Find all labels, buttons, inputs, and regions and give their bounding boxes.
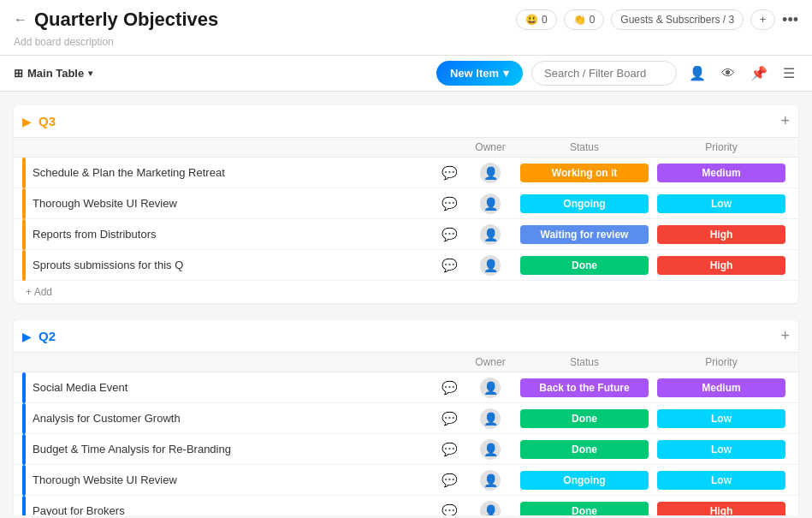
board-title: Quarterly Objectives (34, 9, 218, 31)
row-priority[interactable]: Medium (653, 164, 790, 182)
row-color-bar (22, 250, 26, 281)
chevron-down-icon: ▾ (503, 67, 509, 80)
avatar[interactable]: 👤 (480, 378, 501, 398)
comment-icon[interactable]: 💬 (442, 196, 458, 211)
row-priority[interactable]: Low (653, 194, 790, 213)
person-icon-button[interactable]: 👤 (685, 62, 709, 85)
col-status-header: Status (516, 141, 653, 153)
comment-icon[interactable]: 💬 (442, 380, 458, 396)
table-row[interactable]: Thorough Website UI Review 💬 👤 Ongoing L… (14, 465, 798, 496)
comment-icon[interactable]: 💬 (442, 473, 458, 488)
header-right: 😃 0 👏 0 Guests & Subscribers / 3 + ••• (516, 9, 798, 30)
priority-badge[interactable]: High (657, 502, 785, 516)
row-priority[interactable]: High (653, 225, 790, 244)
comment-icon[interactable]: 💬 (442, 227, 458, 242)
row-status[interactable]: Ongoing (516, 471, 653, 490)
more-button[interactable]: ••• (782, 11, 798, 29)
row-priority[interactable]: High (653, 502, 790, 516)
group-q3: ▶ Q3 + Owner Status Priority Schedule & … (14, 105, 798, 303)
avatar[interactable]: 👤 (480, 194, 501, 214)
row-priority[interactable]: Low (653, 409, 790, 428)
table-row[interactable]: Thorough Website UI Review 💬 👤 Ongoing L… (14, 188, 798, 219)
status-badge[interactable]: Working on it (520, 164, 649, 182)
row-status[interactable]: Back to the Future (516, 378, 653, 397)
priority-badge[interactable]: Low (657, 194, 785, 213)
row-priority[interactable]: High (653, 256, 790, 275)
avatar[interactable]: 👤 (480, 224, 501, 245)
avatar[interactable]: 👤 (480, 255, 501, 276)
table-row[interactable]: Schedule & Plan the Marketing Retreat 💬 … (14, 158, 798, 188)
collapse-icon[interactable]: ▶ (22, 115, 32, 128)
add-row-label: + Add (26, 286, 52, 298)
row-status[interactable]: Ongoing (516, 194, 653, 213)
filter-icon-button[interactable]: ☰ (779, 62, 798, 85)
status-badge[interactable]: Ongoing (520, 194, 649, 213)
group-add-icon[interactable]: + (780, 112, 790, 130)
row-status[interactable]: Working on it (516, 164, 653, 182)
avatar[interactable]: 👤 (480, 408, 501, 429)
status-badge[interactable]: Waiting for review (520, 225, 649, 244)
row-owner: 👤 (465, 501, 516, 516)
status-badge[interactable]: Done (520, 409, 649, 428)
add-person-icon: + (760, 14, 766, 26)
priority-badge[interactable]: Low (657, 440, 785, 459)
comment-icon[interactable]: 💬 (442, 258, 458, 273)
new-item-button[interactable]: New Item ▾ (436, 61, 523, 86)
comment-icon[interactable]: 💬 (442, 442, 458, 457)
avatar[interactable]: 👤 (480, 439, 501, 460)
priority-badge[interactable]: Medium (657, 378, 785, 397)
pin-icon-button[interactable]: 📌 (747, 62, 771, 85)
board-description[interactable]: Add board description (14, 34, 798, 55)
table-row[interactable]: Reports from Distributors 💬 👤 Waiting fo… (14, 219, 798, 250)
table-row[interactable]: Sprouts submissions for this Q 💬 👤 Done … (14, 250, 798, 281)
comment-icon[interactable]: 💬 (442, 165, 458, 181)
priority-badge[interactable]: Medium (657, 164, 785, 182)
status-badge[interactable]: Back to the Future (520, 378, 649, 397)
priority-badge[interactable]: High (657, 256, 785, 275)
row-status[interactable]: Done (516, 502, 653, 516)
group-add-icon[interactable]: + (780, 327, 790, 345)
col-priority-header: Priority (653, 141, 790, 153)
row-priority[interactable]: Low (653, 471, 790, 490)
comment-icon[interactable]: 💬 (442, 503, 458, 516)
claps-button[interactable]: 👏 0 (564, 9, 605, 30)
back-icon[interactable]: ← (14, 12, 27, 27)
reactions-button[interactable]: 😃 0 (516, 9, 557, 30)
row-status[interactable]: Waiting for review (516, 225, 653, 244)
row-color-bar (22, 372, 26, 403)
priority-badge[interactable]: Low (657, 471, 785, 490)
eye-icon-button[interactable]: 👁 (718, 63, 738, 85)
group-title: Q3 (39, 114, 56, 128)
row-priority[interactable]: Medium (653, 378, 790, 397)
table-row[interactable]: Social Media Event 💬 👤 Back to the Futur… (14, 372, 798, 403)
table-row[interactable]: Payout for Brokers 💬 👤 Done High (14, 496, 798, 515)
search-input[interactable] (531, 61, 677, 86)
table-row[interactable]: Budget & Time Analysis for Re-Branding 💬… (14, 434, 798, 465)
status-badge[interactable]: Done (520, 440, 649, 459)
row-priority[interactable]: Low (653, 440, 790, 459)
table-row[interactable]: Analysis for Customer Growth 💬 👤 Done Lo… (14, 403, 798, 434)
avatar[interactable]: 👤 (480, 163, 501, 183)
row-color-bar (22, 465, 26, 496)
row-status[interactable]: Done (516, 409, 653, 428)
col-status-header: Status (516, 356, 653, 368)
priority-badge[interactable]: High (657, 225, 785, 244)
collapse-icon[interactable]: ▶ (22, 330, 32, 343)
status-badge[interactable]: Done (520, 502, 649, 516)
invite-button[interactable]: + (750, 9, 775, 30)
row-owner: 👤 (465, 378, 516, 398)
avatar[interactable]: 👤 (480, 470, 501, 491)
status-badge[interactable]: Done (520, 256, 649, 275)
row-status[interactable]: Done (516, 440, 653, 459)
row-status[interactable]: Done (516, 256, 653, 275)
row-name: Reports from Distributors (33, 228, 442, 241)
main-table-button[interactable]: ⊞ Main Table ▾ (14, 67, 92, 80)
status-badge[interactable]: Ongoing (520, 471, 649, 490)
avatar[interactable]: 👤 (480, 501, 501, 516)
guests-button[interactable]: Guests & Subscribers / 3 (611, 9, 744, 30)
comment-icon[interactable]: 💬 (442, 411, 458, 426)
row-owner: 👤 (465, 408, 516, 429)
add-row-button[interactable]: + Add (14, 281, 798, 303)
priority-badge[interactable]: Low (657, 409, 785, 428)
chevron-down-icon: ▾ (88, 68, 92, 78)
